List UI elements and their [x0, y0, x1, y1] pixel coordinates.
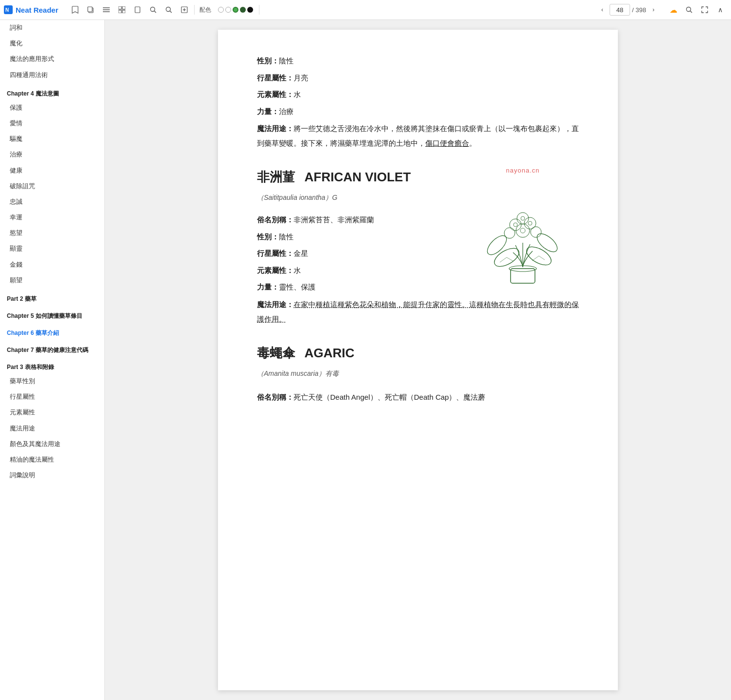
copy-button[interactable] — [84, 3, 98, 17]
svg-point-36 — [521, 216, 525, 220]
page-navigation: ‹ 48 / 398 › — [597, 4, 659, 16]
content-area: 性別：陰性 行星屬性：月亮 元素屬性：水 力量：治療 魔法用途：將一些艾德之舌浸… — [105, 20, 731, 700]
svg-rect-9 — [119, 10, 121, 13]
sidebar-item-jingqian[interactable]: 金錢 — [0, 257, 104, 272]
svg-line-37 — [500, 257, 507, 262]
page-total: / 398 — [632, 6, 646, 14]
color-dot-green[interactable] — [233, 7, 238, 13]
cloud-button[interactable]: ☁ — [667, 3, 680, 17]
svg-point-27 — [516, 224, 530, 237]
sidebar-item-cihui[interactable]: 詞彙說明 — [0, 467, 104, 483]
svg-point-31 — [504, 228, 515, 238]
sidebar-item-jingyu[interactable]: 精油的魔法屬性 — [0, 452, 104, 467]
sidebar-item-cihe[interactable]: 詞和 — [0, 20, 104, 36]
label-element1: 元素屬性： — [257, 90, 294, 98]
entry2-header: nayona.cn — [257, 164, 579, 294]
sidebar-item-xianling[interactable]: 顯靈 — [0, 241, 104, 256]
entry1-element: 元素屬性：水 — [257, 88, 579, 102]
sidebar-section-part3: Part 3 表格和附錄 — [0, 358, 104, 373]
sidebar-item-xingxing[interactable]: 行星屬性 — [0, 389, 104, 405]
sidebar-item-pozuzhou[interactable]: 破除詛咒 — [0, 178, 104, 194]
zoom-in-button[interactable] — [178, 3, 191, 17]
svg-point-32 — [531, 227, 541, 237]
sidebar-section-ch5: Chapter 5 如何讀懂藥草條目 — [0, 307, 104, 322]
watermark: nayona.cn — [467, 164, 579, 177]
entry2-title-zh: 非洲菫 — [257, 170, 295, 184]
sidebar-item-aiqing[interactable]: 愛情 — [0, 116, 104, 131]
search-button[interactable] — [146, 3, 160, 17]
sidebar-item-xingyun[interactable]: 幸運 — [0, 210, 104, 225]
sidebar-section-ch4: Chapter 4 魔法意圖 — [0, 85, 104, 100]
sidebar-item-qumo[interactable]: 驅魔 — [0, 131, 104, 147]
sidebar-item-zhiliao[interactable]: 治療 — [0, 147, 104, 162]
sidebar-item-sifashu[interactable]: 四種通用法術 — [0, 67, 104, 83]
app-logo: N Neat Reader — [4, 5, 62, 14]
entry2-magic-use: 魔法用途：在家中種植這種紫色花朵和植物，能提升住家的靈性。這種植物在生長時也具有… — [257, 297, 579, 327]
label-magic2: 魔法用途： — [257, 300, 294, 309]
divider1 — [194, 5, 195, 15]
svg-point-26 — [534, 231, 560, 255]
label-gender1: 性別： — [257, 57, 279, 65]
app-title: Neat Reader — [16, 6, 59, 14]
svg-rect-8 — [122, 6, 125, 9]
entry3-common-names-row: 俗名別稱：死亡天使（Death Angel）、死亡帽（Death Cap）、魔法… — [257, 390, 579, 405]
color-palette — [218, 7, 253, 13]
svg-line-39 — [532, 256, 539, 261]
grid-button[interactable] — [115, 3, 129, 17]
label-gender2: 性別： — [257, 233, 279, 241]
divider2 — [259, 5, 259, 15]
color-dot-dark-green[interactable] — [240, 7, 246, 13]
sidebar-item-yuanwang[interactable]: 願望 — [0, 272, 104, 288]
entry2-common-names-value: 非洲紫苔苔、非洲紫羅蘭 — [294, 215, 374, 224]
sidebar-item-jiankang[interactable]: 健康 — [0, 163, 104, 178]
label-common-names2: 俗名別稱： — [257, 215, 294, 224]
sidebar-item-mofa-yingyong[interactable]: 魔法的應用形式 — [0, 51, 104, 67]
entry1-planet: 行星屬性：月亮 — [257, 71, 579, 85]
entry3-latin: （Amanita muscaria）有毒 — [257, 367, 579, 380]
sidebar-item-yaocao-xingbie[interactable]: 藥草性別 — [0, 373, 104, 389]
svg-text:N: N — [5, 7, 9, 13]
color-dot-black[interactable] — [247, 7, 253, 13]
svg-line-13 — [154, 11, 156, 13]
color-dot-light[interactable] — [225, 7, 231, 13]
sidebar-item-yuansu[interactable]: 元素屬性 — [0, 405, 104, 420]
main-layout: 詞和 魔化 魔法的應用形式 四種通用法術 Chapter 4 魔法意圖 保護 愛… — [0, 20, 731, 700]
sidebar-item-yanse[interactable]: 顏色及其魔法用途 — [0, 436, 104, 452]
search3-button[interactable] — [682, 3, 696, 17]
entry1-power: 力量：治療 — [257, 105, 579, 119]
next-page-button[interactable]: › — [648, 4, 659, 15]
label-planet2: 行星屬性： — [257, 249, 294, 257]
sidebar-item-baohu[interactable]: 保護 — [0, 100, 104, 116]
color-dot-white[interactable] — [218, 7, 224, 13]
svg-point-12 — [150, 7, 155, 12]
svg-point-34 — [514, 223, 517, 227]
svg-line-38 — [507, 257, 514, 261]
sidebar-item-mofa-yongtu[interactable]: 魔法用途 — [0, 421, 104, 436]
sidebar-section-ch6[interactable]: Chapter 6 藥草介紹 — [0, 324, 104, 339]
entry3-latin-text: （Amanita muscaria）有毒 — [257, 369, 339, 377]
magic2-text: 在家中種植這種紫色花朵和植物，能提升住家的靈性。這種植物在生長時也具有輕微的保護… — [257, 300, 579, 323]
entry3-title: 毒蠅傘 AGARIC — [257, 340, 579, 366]
sidebar-item-zhongcheng[interactable]: 忠誠 — [0, 194, 104, 210]
single-page-button[interactable] — [131, 3, 144, 17]
svg-rect-7 — [119, 6, 121, 9]
collapse-button[interactable]: ∧ — [713, 3, 727, 17]
svg-line-20 — [691, 11, 692, 13]
sidebar-item-yuwang[interactable]: 慾望 — [0, 225, 104, 241]
fullscreen-button[interactable] — [698, 3, 711, 17]
prev-page-button[interactable]: ‹ — [597, 4, 608, 15]
entry1-gender: 性別：陰性 — [257, 54, 579, 68]
label-common-names3: 俗名別稱： — [257, 393, 294, 401]
sidebar-item-mohua[interactable]: 魔化 — [0, 36, 104, 51]
svg-rect-11 — [135, 7, 140, 13]
menu-button[interactable] — [99, 3, 113, 17]
plant-illustration: nayona.cn — [467, 159, 579, 289]
toolbar-right: ☁ ∧ — [667, 3, 727, 17]
bookmark-button[interactable] — [68, 3, 82, 17]
entry3-common-names-value: 死亡天使（Death Angel）、死亡帽（Death Cap）、魔法蘑 — [294, 393, 485, 401]
page-input[interactable]: 48 — [610, 4, 630, 16]
svg-rect-3 — [88, 7, 92, 12]
svg-point-33 — [520, 228, 525, 233]
search2-button[interactable] — [162, 3, 176, 17]
label-planet1: 行星屬性： — [257, 74, 294, 82]
